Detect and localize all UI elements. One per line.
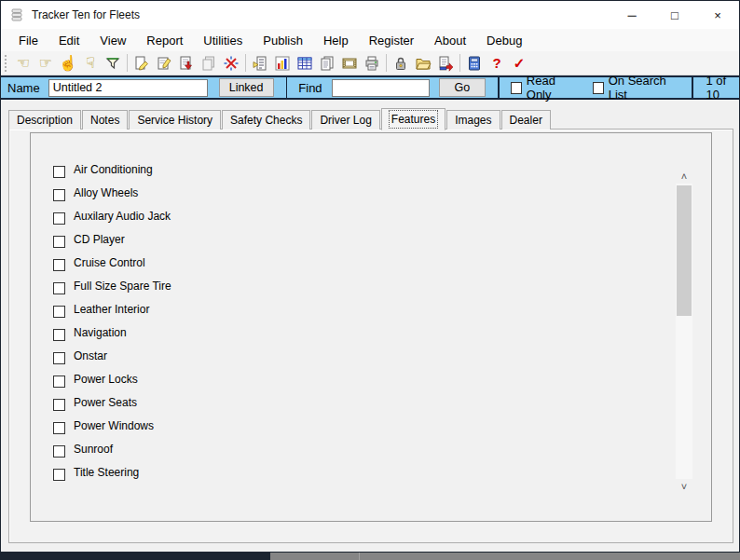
tab-driver-log[interactable]: Driver Log <box>311 110 379 130</box>
close-button[interactable]: × <box>696 1 739 29</box>
toolbar-gripper[interactable] <box>5 55 8 72</box>
menu-utilities[interactable]: Utilities <box>193 31 253 50</box>
menu-publish[interactable]: Publish <box>253 31 313 50</box>
go-button[interactable]: Go <box>439 78 486 97</box>
title-bar: Tracker Ten for Fleets ─ □ × <box>1 1 739 29</box>
minimize-button[interactable]: ─ <box>610 1 653 29</box>
feature-checkbox[interactable] <box>53 166 65 178</box>
copy-pages-icon[interactable] <box>316 53 338 74</box>
toolbar-separator <box>459 54 460 72</box>
find-label: Find <box>298 81 322 95</box>
toolbar: ☜ ☞ ☝ ☟ <box>1 51 739 75</box>
table-view-icon[interactable] <box>294 53 316 74</box>
feature-row-air-conditioning[interactable]: Air Conditioning <box>53 159 171 183</box>
feature-checkbox[interactable] <box>53 259 65 271</box>
menu-help[interactable]: Help <box>313 31 359 50</box>
prev-record-icon[interactable]: ☜ <box>12 53 34 74</box>
lock-icon[interactable] <box>390 53 412 74</box>
feature-row-auxilary-audio-jack[interactable]: Auxilary Audio Jack <box>53 206 171 229</box>
tab-dealer[interactable]: Dealer <box>501 110 551 130</box>
spell-check-icon[interactable]: ✓ <box>508 53 530 74</box>
feature-checkbox[interactable] <box>53 469 65 481</box>
feature-checkbox[interactable] <box>53 352 65 364</box>
feature-checkbox[interactable] <box>53 329 65 341</box>
on-search-list-checkbox[interactable]: On Search List <box>593 74 679 102</box>
feature-row-power-locks[interactable]: Power Locks <box>53 369 171 392</box>
menu-file[interactable]: File <box>8 31 48 50</box>
read-only-checkbox[interactable]: Read Only <box>511 74 577 102</box>
first-record-icon[interactable]: ☝ <box>57 53 79 74</box>
images-icon[interactable] <box>338 53 361 74</box>
menu-bar: File Edit View Report Utilities Publish … <box>1 29 739 51</box>
tab-service-history[interactable]: Service History <box>129 110 221 130</box>
feature-row-cruise-control[interactable]: Cruise Control <box>53 253 171 276</box>
feature-row-power-seats[interactable]: Power Seats <box>53 392 171 416</box>
menu-register[interactable]: Register <box>359 31 424 50</box>
feature-checkbox[interactable] <box>53 189 65 201</box>
tab-images[interactable]: Images <box>446 110 500 130</box>
report-chart-icon[interactable] <box>271 53 294 74</box>
feature-row-sunroof[interactable]: Sunroof <box>53 439 171 462</box>
feature-row-navigation[interactable]: Navigation <box>53 322 171 346</box>
on-search-list-checkbox-box[interactable] <box>593 82 604 94</box>
menu-report[interactable]: Report <box>136 31 193 50</box>
feature-row-power-windows[interactable]: Power Windows <box>53 416 171 439</box>
menu-about[interactable]: About <box>424 31 476 50</box>
scroll-up-icon[interactable]: ˄ <box>676 169 692 184</box>
features-panel: Air Conditioning Alloy Wheels Auxilary A… <box>30 132 712 522</box>
maximize-button[interactable]: □ <box>653 1 696 29</box>
name-input[interactable] <box>48 79 208 97</box>
feature-row-alloy-wheels[interactable]: Alloy Wheels <box>53 183 171 206</box>
toolbar-separator <box>386 54 387 72</box>
feature-row-leather-interior[interactable]: Leather Interior <box>53 299 171 322</box>
menu-view[interactable]: View <box>89 31 136 50</box>
export-icon[interactable] <box>434 53 457 74</box>
tab-notes[interactable]: Notes <box>82 110 128 130</box>
new-record-icon[interactable] <box>153 53 175 74</box>
find-input[interactable] <box>332 79 430 97</box>
feature-row-full-size-spare-tire[interactable]: Full Size Spare Tire <box>53 276 171 299</box>
feature-checkbox[interactable] <box>53 212 65 225</box>
record-bar: Name Linked Find Go Read Only On Search … <box>1 75 739 100</box>
screen: Tracker Ten for Fleets ─ □ × File Edit V… <box>0 0 740 560</box>
save-record-icon[interactable] <box>175 53 198 74</box>
open-file-icon[interactable] <box>412 53 434 74</box>
last-record-icon[interactable]: ☟ <box>79 53 102 74</box>
feature-checkbox[interactable] <box>53 445 65 458</box>
taskbar-divider <box>359 553 360 560</box>
read-only-checkbox-box[interactable] <box>511 82 522 94</box>
menu-edit[interactable]: Edit <box>48 31 89 50</box>
filter-icon[interactable] <box>102 53 124 74</box>
tab-description[interactable]: Description <box>8 110 81 130</box>
linked-button[interactable]: Linked <box>219 78 274 97</box>
on-search-list-label: On Search List <box>609 74 679 102</box>
feature-checkbox[interactable] <box>53 399 65 411</box>
record-position: 1 of 10 <box>706 74 739 102</box>
feature-row-cd-player[interactable]: CD Player <box>53 229 171 253</box>
feature-checkbox[interactable] <box>53 236 65 248</box>
toolbar-separator <box>127 54 128 72</box>
feature-checkbox[interactable] <box>53 306 65 318</box>
feature-row-title-steering[interactable]: Title Steering <box>53 462 171 485</box>
scrollbar-thumb[interactable] <box>677 185 692 316</box>
menu-debug[interactable]: Debug <box>476 31 532 50</box>
calculator-icon[interactable] <box>463 53 486 74</box>
find-record-icon[interactable] <box>249 53 271 74</box>
scroll-down-icon[interactable]: ˅ <box>676 479 692 494</box>
help-icon[interactable]: ? <box>486 53 508 74</box>
tab-safety-checks[interactable]: Safety Checks <box>222 110 310 130</box>
copy-record-icon[interactable] <box>198 53 220 74</box>
feature-row-onstar[interactable]: Onstar <box>53 346 171 369</box>
app-icon <box>9 7 24 22</box>
feature-checkbox[interactable] <box>53 376 65 388</box>
edit-record-icon[interactable] <box>130 53 153 74</box>
vertical-scrollbar[interactable]: ˄ ˅ <box>676 169 692 494</box>
print-icon[interactable] <box>361 53 383 74</box>
delete-record-icon[interactable] <box>220 53 242 74</box>
next-record-icon[interactable]: ☞ <box>34 53 57 74</box>
feature-checkbox[interactable] <box>53 282 65 294</box>
features-tab-page: Air Conditioning Alloy Wheels Auxilary A… <box>8 129 733 543</box>
feature-checkbox[interactable] <box>53 422 65 434</box>
tab-features[interactable]: Features <box>381 108 445 130</box>
tab-strip: Description Notes Service History Safety… <box>8 109 552 130</box>
